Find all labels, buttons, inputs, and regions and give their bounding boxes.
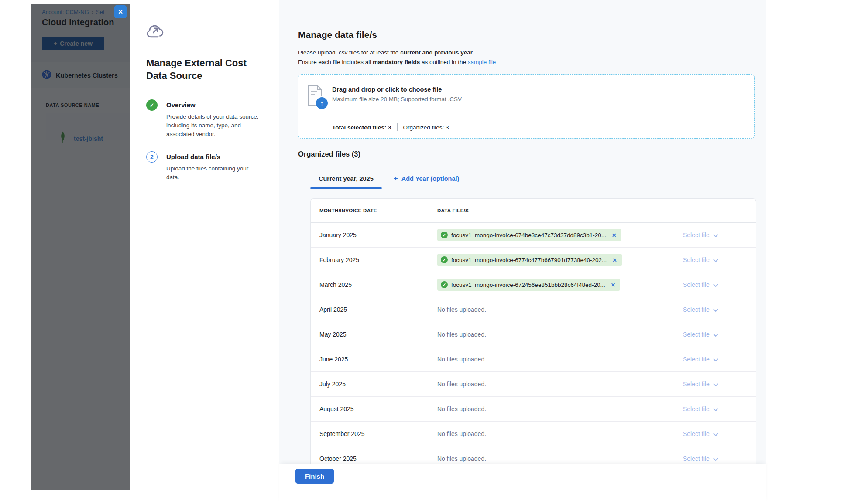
step-upload-label: Upload data file/s xyxy=(166,151,261,160)
chevron-down-icon xyxy=(713,406,718,413)
month-label: June 2025 xyxy=(311,356,437,363)
select-file-label: Select file xyxy=(683,455,710,462)
month-label: May 2025 xyxy=(311,331,437,338)
finish-button[interactable]: Finish xyxy=(295,469,334,484)
chip-remove-icon[interactable]: ✕ xyxy=(612,232,616,238)
tab-current-year[interactable]: Current year, 2025 xyxy=(310,174,382,189)
chip-remove-icon[interactable]: ✕ xyxy=(612,257,617,263)
column-header-month: MONTH/INVOICE DATE xyxy=(311,208,437,213)
month-label: April 2025 xyxy=(311,306,437,313)
dropzone-divider xyxy=(332,117,747,117)
chevron-down-icon xyxy=(713,456,718,463)
chevron-down-icon xyxy=(713,282,718,289)
monthly-files-table: MONTH/INVOICE DATE DATA FILE/S January 2… xyxy=(310,198,756,464)
select-file-label: Select file xyxy=(683,306,710,313)
drawer-close-button[interactable]: ✕ xyxy=(114,5,127,18)
close-icon: ✕ xyxy=(118,8,123,15)
select-file-label: Select file xyxy=(683,405,710,412)
step-overview[interactable]: ✓ Overview Provide details of your data … xyxy=(146,99,261,139)
drawer-stepper-panel: Manage External Cost Data Source ✓ Overv… xyxy=(130,0,279,504)
file-dropzone[interactable]: ↑ Drag and drop or click to choose file … xyxy=(298,74,755,139)
select-file-label: Select file xyxy=(683,331,710,338)
file-chip: ✓ focusv1_mongo-invoice-674be3ce47c73d37… xyxy=(437,229,621,241)
step-number-badge: 2 xyxy=(146,151,158,163)
select-file-dropdown[interactable]: Select file xyxy=(683,430,756,438)
plus-icon: + xyxy=(394,176,398,182)
table-header-row: MONTH/INVOICE DATE DATA FILE/S xyxy=(311,199,756,223)
step-upload-data-files[interactable]: 2 Upload data file/s Upload the files co… xyxy=(146,151,261,182)
chevron-down-icon xyxy=(713,306,718,313)
chevron-down-icon xyxy=(713,331,718,338)
month-label: February 2025 xyxy=(311,256,437,263)
counts-separator xyxy=(397,123,398,131)
select-file-dropdown[interactable]: Select file xyxy=(683,231,756,239)
select-file-dropdown[interactable]: Select file xyxy=(683,405,756,413)
select-file-dropdown[interactable]: Select file xyxy=(683,256,756,264)
table-row: July 2025 No files uploaded. Select file xyxy=(311,372,756,397)
month-label: January 2025 xyxy=(311,232,437,238)
select-file-dropdown[interactable]: Select file xyxy=(683,455,756,463)
add-year-button[interactable]: + Add Year (optional) xyxy=(394,174,460,184)
file-chip-name: focusv1_mongo-invoice-672456ee851bbb28c6… xyxy=(451,282,605,288)
select-file-dropdown[interactable]: Select file xyxy=(683,355,756,363)
table-row: March 2025 ✓ focusv1_mongo-invoice-67245… xyxy=(311,272,756,297)
empty-text: No files uploaded. xyxy=(437,331,486,338)
step-overview-label: Overview xyxy=(166,99,261,109)
select-file-label: Select file xyxy=(683,256,710,263)
table-row: May 2025 No files uploaded. Select file xyxy=(311,322,756,347)
select-file-label: Select file xyxy=(683,232,710,238)
upload-arrow-icon: ↑ xyxy=(315,96,329,110)
chip-check-icon: ✓ xyxy=(441,281,448,288)
table-row: February 2025 ✓ focusv1_mongo-invoice-67… xyxy=(311,248,756,272)
chevron-down-icon xyxy=(713,356,718,363)
year-tabs: Current year, 2025 + Add Year (optional) xyxy=(310,174,459,189)
select-file-dropdown[interactable]: Select file xyxy=(683,306,756,313)
table-row: June 2025 No files uploaded. Select file xyxy=(311,347,756,372)
select-file-label: Select file xyxy=(683,381,710,388)
empty-text: No files uploaded. xyxy=(437,356,486,363)
table-row: September 2025 No files uploaded. Select… xyxy=(311,422,756,446)
select-file-label: Select file xyxy=(683,356,710,363)
instruction-line-1: Please upload .csv files for at least th… xyxy=(298,48,496,58)
month-label: July 2025 xyxy=(311,381,437,388)
column-header-data-files: DATA FILE/S xyxy=(437,208,469,213)
select-file-label: Select file xyxy=(683,281,710,288)
chevron-down-icon xyxy=(713,431,718,438)
month-rows: January 2025 ✓ focusv1_mongo-invoice-674… xyxy=(311,223,756,464)
empty-text: No files uploaded. xyxy=(437,405,486,412)
empty-text: No files uploaded. xyxy=(437,306,486,313)
total-selected-files: Total selected files: 3 xyxy=(332,124,391,131)
dropzone-file-counts: Total selected files: 3 Organized files:… xyxy=(332,123,449,131)
month-label: October 2025 xyxy=(311,455,437,462)
table-row: April 2025 No files uploaded. Select fil… xyxy=(311,297,756,322)
select-file-dropdown[interactable]: Select file xyxy=(683,330,756,338)
select-file-dropdown[interactable]: Select file xyxy=(683,281,756,289)
organized-files-heading: Organized files (3) xyxy=(298,150,360,158)
dropzone-constraints: Maximum file size 20 MB; Supported forma… xyxy=(332,96,462,102)
chip-check-icon: ✓ xyxy=(441,256,448,263)
file-chip: ✓ focusv1_mongo-invoice-6774c477b667901d… xyxy=(437,254,622,266)
table-row: January 2025 ✓ focusv1_mongo-invoice-674… xyxy=(311,223,756,248)
step-complete-check-icon: ✓ xyxy=(146,99,158,111)
table-row: October 2025 No files uploaded. Select f… xyxy=(311,446,756,464)
upload-instructions: Please upload .csv files for at least th… xyxy=(298,48,496,67)
chip-check-icon: ✓ xyxy=(441,232,448,238)
drawer-title: Manage External Cost Data Source xyxy=(146,57,261,82)
select-file-dropdown[interactable]: Select file xyxy=(683,380,756,388)
drawer-footer: Finish xyxy=(279,464,766,504)
step-upload-description: Upload the files containing your data. xyxy=(166,164,259,182)
chevron-down-icon xyxy=(713,381,718,388)
step-overview-description: Provide details of your data source, inc… xyxy=(166,112,259,139)
dropzone-title: Drag and drop or click to choose file xyxy=(332,86,442,93)
modal-dim-overlay xyxy=(31,4,130,490)
month-label: August 2025 xyxy=(311,405,437,412)
chip-remove-icon[interactable]: ✕ xyxy=(611,282,615,288)
chevron-down-icon xyxy=(713,232,718,239)
file-chip-name: focusv1_mongo-invoice-674be3ce47c73d37dd… xyxy=(451,232,606,238)
sample-file-link[interactable]: sample file xyxy=(468,59,496,65)
instruction-line-2: Ensure each file includes all mandatory … xyxy=(298,58,496,67)
empty-text: No files uploaded. xyxy=(437,455,486,462)
empty-text: No files uploaded. xyxy=(437,430,486,437)
month-label: March 2025 xyxy=(311,281,437,288)
external-cost-cloud-icon xyxy=(146,23,165,41)
